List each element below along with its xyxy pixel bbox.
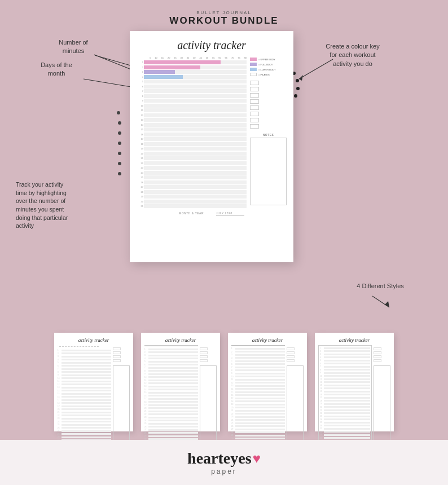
- legend-item-full: = FULL BODY: [250, 63, 287, 66]
- notes-box: [250, 138, 287, 205]
- key-box: [250, 81, 259, 85]
- list-item: 13: [144, 385, 198, 387]
- page-header: BULLET JOURNAL WORKOUT BUNDLE: [0, 0, 448, 27]
- list-item: 10: [320, 375, 370, 377]
- list-item: 22: [58, 415, 111, 417]
- list-item: 5: [58, 361, 111, 364]
- table-row: 26: [137, 180, 247, 184]
- svg-point-17: [118, 131, 121, 135]
- list-item: 2: [144, 351, 198, 354]
- small-card-title-3: activity tracker: [231, 337, 304, 343]
- list-item: 13: [231, 385, 285, 387]
- list-item: 16: [144, 395, 198, 397]
- list-item: 21: [58, 411, 111, 413]
- list-item: 4: [58, 359, 111, 361]
- list-item: 3: [58, 355, 111, 358]
- list-item: 5: [144, 360, 198, 363]
- table-row: 11: [137, 108, 247, 112]
- table-row: 10: [137, 104, 247, 108]
- list-item: 16: [320, 394, 370, 396]
- list-item: 6: [144, 364, 198, 366]
- header-subtitle: BULLET JOURNAL: [0, 10, 448, 15]
- list-item: 7: [144, 367, 198, 369]
- list-item: 27: [320, 427, 370, 430]
- list-item: 13: [320, 384, 370, 386]
- list-item: 28: [144, 432, 198, 434]
- list-item: 15: [144, 391, 198, 394]
- annotation-days: Days of themonth: [31, 61, 82, 78]
- list-item: 15: [231, 391, 285, 393]
- list-item: 22: [320, 412, 370, 415]
- list-item: 18: [231, 400, 285, 403]
- list-item: 18: [144, 401, 198, 403]
- table-row: 5: [137, 80, 247, 83]
- key-box: [250, 118, 259, 122]
- svg-point-15: [117, 111, 120, 114]
- list-item: 2: [320, 350, 370, 352]
- table-row: 30: [137, 200, 247, 204]
- list-item: 6: [231, 363, 285, 365]
- list-item: 8: [320, 369, 370, 371]
- list-item: 5: [320, 359, 370, 361]
- list-item: 4: [320, 356, 370, 359]
- list-item: 14: [144, 389, 198, 391]
- list-item: 19: [231, 403, 285, 405]
- minutes-scale: 510152025 3035404550 556065707580: [137, 56, 247, 59]
- main-tracker-card: activity tracker 510152025 3035404550 55…: [130, 31, 293, 262]
- list-item: 25: [320, 421, 370, 424]
- small-card-title-1: activity tracker: [58, 337, 130, 343]
- list-item: 12: [144, 382, 198, 385]
- list-item: 2: [231, 351, 285, 353]
- list-item: 9: [58, 374, 111, 376]
- svg-line-22: [372, 296, 389, 307]
- list-item: 9: [320, 372, 370, 374]
- list-item: 15: [320, 390, 370, 393]
- list-item: 27: [144, 429, 198, 431]
- legend-item-pilates: = PILATES: [250, 73, 287, 76]
- list-item: 3: [144, 354, 198, 356]
- list-item: 6: [58, 365, 111, 367]
- list-item: 29: [320, 434, 370, 436]
- list-item: 1: [144, 348, 198, 350]
- table-row: 21: [137, 156, 247, 160]
- list-item: 30: [231, 438, 285, 440]
- card-footer: MONTH & YEAR: JULY 2020: [137, 211, 287, 215]
- list-item: 2: [58, 352, 111, 355]
- list-item: 11: [58, 380, 111, 382]
- table-row: 14: [137, 123, 247, 127]
- key-box: [250, 112, 259, 116]
- list-item: 13: [58, 386, 111, 389]
- svg-point-19: [118, 152, 121, 155]
- small-lines: 1 2 3 4 5 6 7 8 9 10 11 12 13 14 15 16 1: [58, 349, 111, 444]
- list-item: 20: [231, 407, 285, 409]
- list-item: 1: [58, 349, 111, 351]
- list-item: 29: [58, 436, 111, 438]
- notes-section: NOTES: [250, 133, 287, 205]
- list-item: 24: [58, 421, 111, 423]
- list-item: 17: [231, 397, 285, 399]
- list-item: 18: [320, 400, 370, 402]
- list-item: 16: [231, 394, 285, 396]
- list-item: 8: [144, 370, 198, 372]
- table-row: 27: [137, 185, 247, 189]
- list-item: 24: [231, 419, 285, 421]
- table-row: 6: [137, 85, 247, 89]
- list-item: 7: [58, 368, 111, 370]
- list-item: 19: [58, 405, 111, 407]
- svg-point-16: [118, 121, 121, 125]
- small-card-1: activity tracker • 1 2 3 4 5 6: [54, 333, 133, 431]
- list-item: 1: [320, 347, 370, 349]
- small-lines-3: 1 2 3 4 5 6 7 8 9 10 11 12 13 14 15 16 1: [231, 347, 285, 443]
- annotation-styles: 4 Different Styles: [344, 282, 417, 290]
- key-box: [250, 105, 259, 110]
- table-row: 22: [137, 161, 247, 165]
- list-item: 29: [231, 434, 285, 436]
- svg-point-13: [296, 87, 300, 90]
- annotation-minutes: Number ofminutes: [45, 38, 102, 56]
- list-item: 23: [144, 416, 198, 418]
- list-item: 11: [320, 378, 370, 380]
- list-item: 22: [144, 413, 198, 416]
- table-row: 9: [137, 99, 247, 103]
- bar-rows: 1 2 3 4 5 6 7 8: [137, 60, 247, 208]
- small-card-title-4: activity tracker: [318, 337, 390, 343]
